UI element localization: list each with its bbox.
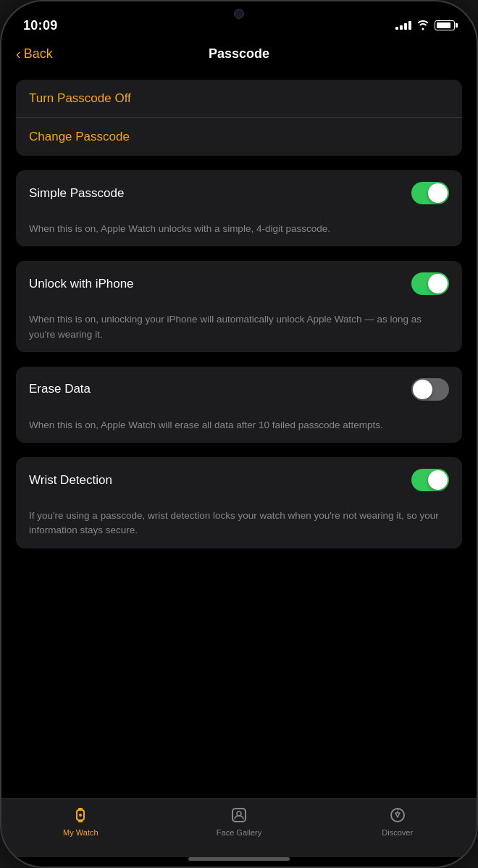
phone-frame: 10:09 ‹ Back: [0, 0, 478, 868]
wrist-detection-knob: [428, 470, 448, 490]
unlock-iphone-knob: [428, 274, 448, 293]
change-passcode-row[interactable]: Change Passcode: [16, 117, 462, 156]
my-watch-tab-label: My Watch: [63, 828, 98, 837]
svg-rect-2: [78, 819, 83, 822]
main-content: Turn Passcode Off Change Passcode Simple…: [1, 72, 477, 798]
passcode-actions-section: Turn Passcode Off Change Passcode: [16, 80, 462, 156]
home-bar: [188, 857, 290, 861]
back-label: Back: [24, 46, 53, 62]
simple-passcode-section: Simple Passcode When this is on, Apple W…: [16, 170, 462, 246]
simple-passcode-toggle[interactable]: [411, 182, 449, 204]
turn-passcode-off-row[interactable]: Turn Passcode Off: [16, 80, 462, 117]
signal-bar-1: [395, 27, 398, 30]
svg-point-3: [79, 814, 82, 817]
battery-fill: [437, 22, 450, 28]
erase-data-toggle[interactable]: [411, 378, 449, 401]
status-bar: 10:09: [1, 1, 477, 39]
wrist-detection-row: Wrist Detection: [16, 457, 462, 503]
wrist-detection-label: Wrist Detection: [29, 473, 112, 488]
tab-my-watch[interactable]: My Watch: [1, 805, 160, 837]
battery-icon: [435, 20, 455, 30]
phone-screen: 10:09 ‹ Back: [1, 1, 477, 867]
discover-tab-label: Discover: [382, 828, 413, 837]
erase-data-row: Erase Data: [16, 367, 462, 412]
tab-face-gallery[interactable]: Face Gallery: [160, 805, 319, 837]
simple-passcode-row: Simple Passcode: [16, 170, 462, 216]
face-gallery-icon: [229, 805, 249, 825]
face-gallery-svg: [229, 805, 249, 825]
svg-point-5: [237, 811, 241, 816]
back-button[interactable]: ‹ Back: [16, 46, 53, 62]
unlock-iphone-section: Unlock with iPhone When this is on, unlo…: [16, 261, 462, 352]
signal-bar-3: [404, 23, 407, 30]
wrist-detection-section: Wrist Detection If you're using a passco…: [16, 457, 462, 548]
erase-data-knob: [413, 380, 432, 399]
svg-point-6: [391, 809, 404, 822]
my-watch-icon: [70, 805, 91, 825]
tab-discover[interactable]: Discover: [318, 805, 477, 837]
face-gallery-tab-label: Face Gallery: [217, 828, 261, 837]
simple-passcode-knob: [428, 183, 448, 203]
svg-rect-4: [232, 809, 246, 822]
tab-bar: My Watch Face Gallery: [1, 798, 477, 857]
camera-notch: [234, 9, 244, 19]
erase-data-note: When this is on, Apple Watch will erase …: [16, 412, 462, 443]
unlock-iphone-row: Unlock with iPhone: [16, 261, 462, 306]
back-chevron-icon: ‹: [16, 46, 21, 62]
unlock-iphone-label: Unlock with iPhone: [29, 277, 134, 291]
simple-passcode-label: Simple Passcode: [29, 186, 124, 201]
svg-point-8: [397, 811, 398, 812]
wrist-detection-toggle[interactable]: [411, 469, 449, 491]
unlock-iphone-toggle[interactable]: [411, 272, 449, 295]
status-time: 10:09: [23, 18, 58, 33]
signal-bar-4: [408, 21, 411, 30]
erase-data-label: Erase Data: [29, 382, 91, 396]
nav-title: Passcode: [209, 46, 269, 62]
discover-icon: [387, 805, 408, 825]
signal-bar-2: [400, 25, 403, 30]
turn-passcode-off-label: Turn Passcode Off: [29, 91, 131, 106]
simple-passcode-note: When this is on, Apple Watch unlocks wit…: [16, 216, 462, 246]
discover-svg: [387, 805, 408, 825]
signal-bars: [395, 21, 411, 30]
wifi-icon: [416, 20, 429, 30]
change-passcode-label: Change Passcode: [29, 130, 130, 144]
unlock-iphone-note: When this is on, unlocking your iPhone w…: [16, 306, 462, 352]
my-watch-svg: [70, 805, 91, 825]
nav-header: ‹ Back Passcode: [1, 39, 477, 72]
svg-marker-7: [395, 813, 400, 817]
wrist-detection-note: If you're using a passcode, wrist detect…: [16, 503, 462, 548]
svg-rect-1: [78, 808, 83, 811]
status-icons: [395, 20, 455, 30]
erase-data-section: Erase Data When this is on, Apple Watch …: [16, 367, 462, 443]
home-indicator: [1, 857, 477, 867]
